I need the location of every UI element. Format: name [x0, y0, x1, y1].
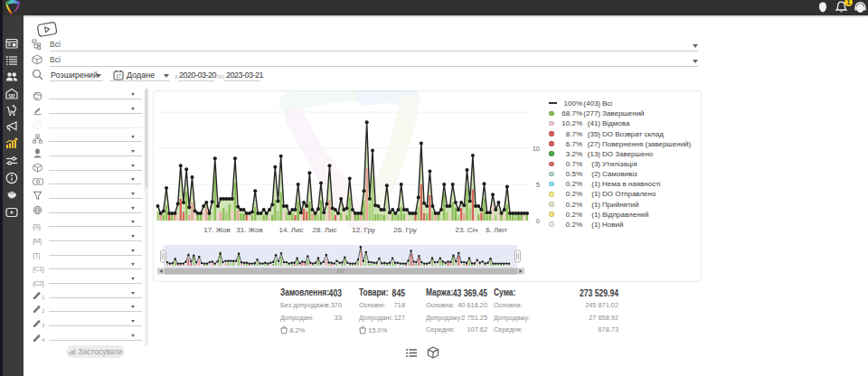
svg-text:17. Жов: 17. Жов [203, 226, 230, 234]
svg-text:17: 17 [116, 73, 121, 79]
svg-text:23. Січ: 23. Січ [455, 226, 477, 234]
svg-text:2: 2 [42, 308, 44, 314]
svg-text:14. Лис: 14. Лис [278, 226, 303, 234]
svg-text:0: 0 [536, 217, 540, 225]
svg-text:28. Лис: 28. Лис [312, 226, 336, 234]
svg-text:1: 1 [42, 295, 44, 300]
svg-text:4: 4 [42, 337, 44, 343]
svg-text:3: 3 [42, 323, 44, 328]
svg-text:26. Гру: 26. Гру [393, 226, 417, 234]
svg-text:?: ? [36, 123, 39, 128]
svg-text:5: 5 [536, 181, 540, 189]
svg-text:31. Жов: 31. Жов [236, 226, 262, 234]
svg-text:6. Лют: 6. Лют [486, 226, 507, 234]
svg-text:12. Гру: 12. Гру [352, 226, 375, 234]
svg-text:10: 10 [533, 145, 540, 153]
